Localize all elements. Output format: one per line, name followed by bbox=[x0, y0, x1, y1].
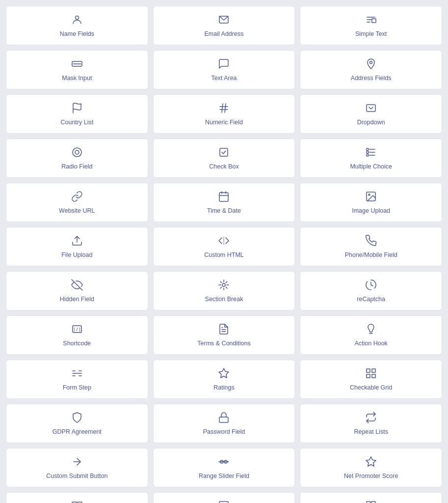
svg-point-0 bbox=[75, 16, 79, 20]
two-column-icon bbox=[365, 500, 377, 503]
card-action-hook[interactable]: Action Hook bbox=[300, 315, 442, 355]
card-file-upload[interactable]: File Upload bbox=[6, 227, 148, 266]
password-field-label: Password Field bbox=[203, 428, 245, 436]
svg-line-16 bbox=[225, 104, 226, 112]
card-two-column[interactable]: Two Column Container bbox=[300, 492, 442, 503]
svg-rect-27 bbox=[219, 193, 228, 201]
svg-marker-47 bbox=[219, 368, 229, 378]
website-url-icon bbox=[71, 191, 83, 204]
net-promoter-icon bbox=[365, 456, 377, 469]
ratings-label: Ratings bbox=[213, 384, 234, 391]
svg-point-19 bbox=[75, 150, 79, 154]
svg-point-11 bbox=[370, 61, 372, 64]
checkable-grid-label: Checkable Grid bbox=[350, 384, 392, 391]
recaptcha-label: reCaptcha bbox=[357, 295, 385, 303]
card-dropdown[interactable]: Dropdown bbox=[300, 94, 442, 134]
card-hidden-field[interactable]: Hidden Field bbox=[6, 271, 148, 310]
radio-field-label: Radio Field bbox=[61, 163, 92, 170]
website-url-label: Website URL bbox=[59, 207, 95, 215]
shortcode-icon: [/] bbox=[71, 323, 83, 336]
range-slider-label: Range Slider Field bbox=[199, 472, 249, 480]
card-terms-conditions[interactable]: Terms & Conditions bbox=[153, 315, 295, 355]
custom-html-label: Custom HTML bbox=[204, 251, 244, 259]
card-section-break[interactable]: Section Break bbox=[153, 271, 295, 310]
checkable-grid-icon bbox=[365, 367, 377, 381]
simple-text-label: Simple Text bbox=[355, 30, 387, 38]
phone-mobile-icon bbox=[365, 235, 377, 248]
repeat-lists-label: Repeat Lists bbox=[354, 428, 388, 436]
card-chained-select[interactable]: Chained Select Field bbox=[6, 492, 148, 503]
card-check-box[interactable]: Check Box bbox=[153, 139, 295, 178]
card-phone-mobile[interactable]: Phone/Mobile Field bbox=[300, 227, 442, 266]
svg-rect-4 bbox=[372, 19, 376, 23]
card-address-fields[interactable]: Address Fields bbox=[300, 50, 442, 89]
card-gdpr-agreement[interactable]: GDPR Agreement bbox=[6, 404, 148, 443]
address-fields-label: Address Fields bbox=[351, 74, 392, 82]
ratings-icon bbox=[218, 367, 230, 381]
card-range-slider[interactable]: Range Slider Field bbox=[153, 448, 295, 487]
card-one-column[interactable]: One Column Container bbox=[153, 492, 295, 503]
form-step-icon bbox=[71, 367, 83, 381]
card-email-address[interactable]: Email Address bbox=[153, 6, 295, 45]
card-text-area[interactable]: Text Area bbox=[153, 50, 295, 89]
card-time-date[interactable]: Time & Date bbox=[153, 183, 295, 222]
svg-rect-51 bbox=[372, 374, 375, 378]
mask-input-label: Mask Input bbox=[62, 74, 92, 82]
numeric-field-icon bbox=[218, 102, 230, 115]
card-ratings[interactable]: Ratings bbox=[153, 360, 295, 399]
card-radio-field[interactable]: Radio Field bbox=[6, 139, 148, 178]
card-website-url[interactable]: Website URL bbox=[6, 183, 148, 222]
card-repeat-lists[interactable]: Repeat Lists bbox=[300, 404, 442, 443]
svg-line-15 bbox=[222, 104, 223, 112]
range-slider-icon bbox=[218, 456, 230, 469]
dropdown-icon bbox=[365, 102, 377, 115]
time-date-icon bbox=[218, 191, 230, 204]
multiple-choice-icon bbox=[365, 146, 377, 160]
svg-rect-20 bbox=[220, 148, 228, 156]
card-country-list[interactable]: Country List bbox=[6, 94, 148, 134]
check-box-label: Check Box bbox=[209, 163, 238, 170]
card-simple-text[interactable]: Simple Text bbox=[300, 6, 442, 45]
widget-grid: Name FieldsEmail AddressSimple TextMask … bbox=[6, 6, 442, 503]
file-upload-label: File Upload bbox=[61, 251, 92, 259]
card-recaptcha[interactable]: reCaptcha bbox=[300, 271, 442, 310]
gdpr-agreement-icon bbox=[71, 412, 83, 425]
phone-mobile-label: Phone/Mobile Field bbox=[345, 251, 397, 259]
svg-rect-50 bbox=[367, 374, 370, 378]
svg-rect-24 bbox=[367, 148, 369, 150]
section-break-icon bbox=[218, 279, 230, 292]
dropdown-label: Dropdown bbox=[357, 118, 385, 126]
svg-point-36 bbox=[222, 283, 225, 286]
card-custom-submit[interactable]: Custom Submit Button bbox=[6, 448, 148, 487]
custom-html-icon bbox=[218, 235, 230, 248]
country-list-icon bbox=[71, 102, 83, 115]
card-image-upload[interactable]: Image Upload bbox=[300, 183, 442, 222]
card-multiple-choice[interactable]: Multiple Choice bbox=[300, 139, 442, 178]
image-upload-icon bbox=[365, 191, 377, 204]
card-shortcode[interactable]: [/]Shortcode bbox=[6, 315, 148, 355]
svg-point-32 bbox=[369, 194, 370, 196]
card-custom-html[interactable]: Custom HTML bbox=[153, 227, 295, 266]
card-net-promoter[interactable]: Net Promoter Score bbox=[300, 448, 442, 487]
svg-rect-49 bbox=[372, 369, 375, 372]
hidden-field-label: Hidden Field bbox=[60, 295, 94, 303]
terms-conditions-label: Terms & Conditions bbox=[197, 339, 250, 347]
card-form-step[interactable]: Form Step bbox=[6, 360, 148, 399]
card-mask-input[interactable]: Mask Input bbox=[6, 50, 148, 89]
chained-select-icon bbox=[71, 500, 83, 503]
name-fields-icon bbox=[71, 14, 83, 27]
net-promoter-label: Net Promoter Score bbox=[344, 472, 398, 480]
svg-point-18 bbox=[73, 148, 81, 157]
action-hook-label: Action Hook bbox=[354, 339, 387, 347]
card-numeric-field[interactable]: Numeric Field bbox=[153, 94, 295, 134]
simple-text-icon bbox=[365, 14, 377, 27]
card-password-field[interactable]: Password Field bbox=[153, 404, 295, 443]
card-name-fields[interactable]: Name Fields bbox=[6, 6, 148, 45]
card-checkable-grid[interactable]: Checkable Grid bbox=[300, 360, 442, 399]
email-address-icon bbox=[218, 14, 230, 27]
country-list-label: Country List bbox=[60, 118, 93, 126]
name-fields-label: Name Fields bbox=[60, 30, 94, 38]
recaptcha-icon bbox=[365, 279, 377, 292]
form-step-label: Form Step bbox=[63, 384, 91, 391]
multiple-choice-label: Multiple Choice bbox=[350, 163, 392, 170]
